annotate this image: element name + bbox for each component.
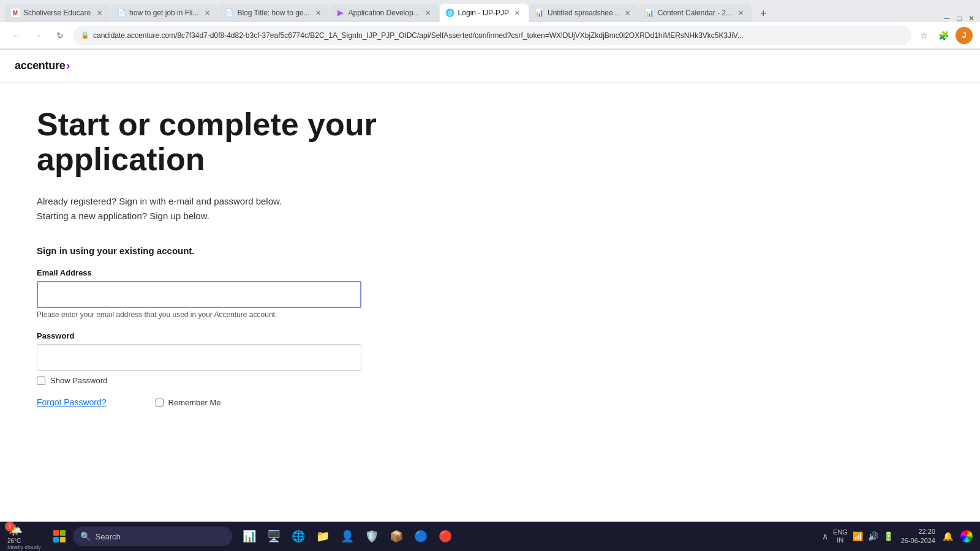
volume-icon[interactable]: 🔊 (868, 531, 878, 541)
form-bottom: Forgot Password? Remember Me (37, 397, 453, 407)
tab-label-scholiverse: Scholiverse Educare (23, 9, 91, 17)
tab-scholiverse[interactable]: M Scholiverse Educare ✕ (5, 4, 110, 22)
tab-close-scholiverse[interactable]: ✕ (94, 8, 104, 18)
taskbar: 1 🌤️ 26°C Mostly cloudy 🔍 Search 📊 🖥️ 🌐 … (0, 522, 980, 551)
taskbar-app-fileexplorer[interactable]: 📊 (238, 525, 260, 547)
tab-favicon-doc3: 📄 (225, 9, 233, 17)
chevron-up-icon[interactable]: ∧ (822, 531, 828, 541)
taskbar-app-chrome[interactable]: 🌐 (287, 525, 309, 547)
url-bar[interactable]: 🔒 candidate.accenture.com/8c7f34d7-d0f8-… (74, 26, 911, 45)
battery-icon[interactable]: 🔋 (883, 531, 894, 541)
start-button[interactable] (50, 527, 69, 546)
subtitle-line2: Starting a new application? Sign up belo… (37, 209, 453, 223)
windows-icon (53, 530, 66, 542)
tab-get-job[interactable]: 📄 how to get job in Fli... ✕ (111, 4, 218, 22)
notification-bell-icon[interactable]: 🔔 (943, 531, 953, 541)
tab-login[interactable]: 🌐 Login - IJP-PJP ✕ (440, 4, 529, 22)
password-form-group: Password Show Password (37, 331, 453, 385)
weather-temp: 26°C (7, 538, 21, 544)
tab-label-blog-title: Blog Title: how to ge... (237, 9, 309, 17)
taskbar-app-folder[interactable]: 📁 (312, 525, 334, 547)
tab-favicon-sheets2: 📊 (646, 9, 654, 17)
profile-button[interactable]: J (956, 27, 973, 44)
tab-spreadsheet[interactable]: 📊 Untitled spreadshee... ✕ (529, 4, 639, 22)
accenture-logo: accenture › (15, 59, 965, 72)
show-password-checkbox[interactable] (37, 377, 45, 385)
tab-close-get-job[interactable]: ✕ (202, 8, 212, 18)
taskbar-right: ∧ ENG IN 📶 🔊 🔋 22:20 26-06-2024 🔔 (822, 527, 973, 546)
tab-label-get-job: how to get job in Fli... (129, 9, 198, 17)
tab-close-spreadsheet[interactable]: ✕ (623, 8, 633, 18)
tab-label-content-calendar: Content Calendar - 2... (658, 9, 732, 17)
search-icon: 🔍 (80, 531, 91, 541)
taskbar-app-user[interactable]: 👤 (336, 525, 358, 547)
forward-button[interactable]: → (29, 27, 47, 44)
password-label: Password (37, 331, 453, 340)
taskbar-language: ENG IN (833, 528, 848, 544)
tab-content-calendar[interactable]: 📊 Content Calendar - 2... ✕ (639, 4, 752, 22)
color-wheel-icon[interactable] (960, 530, 973, 542)
tabs-container: M Scholiverse Educare ✕ 📄 how to get job… (5, 4, 943, 22)
search-placeholder: Search (96, 532, 121, 541)
weather-desc: Mostly cloudy (7, 544, 41, 550)
maximize-button[interactable]: □ (956, 15, 963, 22)
taskbar-apps: 📊 🖥️ 🌐 📁 👤 🛡️ 📦 🔵 🔴 (238, 525, 456, 547)
remember-me-label: Remember Me (168, 398, 221, 407)
tab-label-login: Login - IJP-PJP (458, 9, 509, 17)
accenture-header: accenture › (0, 50, 980, 83)
forgot-password-link[interactable]: Forgot Password? (37, 397, 107, 407)
email-hint: Please enter your email address that you… (37, 310, 453, 319)
password-input[interactable] (37, 344, 361, 371)
wifi-icon[interactable]: 📶 (853, 531, 863, 541)
new-tab-button[interactable]: + (755, 5, 772, 22)
tab-blog-title[interactable]: 📄 Blog Title: how to ge... ✕ (219, 4, 329, 22)
close-button[interactable]: ✕ (968, 15, 975, 22)
tab-favicon-sheets: 📊 (535, 9, 544, 17)
taskbar-app-shield[interactable]: 🛡️ (361, 525, 383, 547)
email-form-group: Email Address Please enter your email ad… (37, 268, 453, 319)
taskbar-app-blue[interactable]: 🔵 (410, 525, 432, 547)
subtitle-line1: Already registered? Sign in with e-mail … (37, 194, 453, 209)
logo-text: accenture (15, 59, 65, 72)
time-display: 22:20 (901, 527, 935, 536)
bookmark-icon[interactable]: ☆ (916, 28, 931, 43)
page-subtitle: Already registered? Sign in with e-mail … (37, 194, 453, 223)
remember-me-row: Remember Me (156, 398, 221, 407)
weather-badge: 1 (5, 522, 15, 531)
browser-chrome: M Scholiverse Educare ✕ 📄 how to get job… (0, 0, 980, 50)
page-title: Start or complete your application (37, 107, 453, 177)
minimize-button[interactable]: ─ (943, 15, 951, 22)
email-input[interactable] (37, 281, 361, 308)
tab-favicon-globe: 🌐 (446, 9, 454, 17)
taskbar-app-red[interactable]: 🔴 (434, 525, 456, 547)
tab-app-develop[interactable]: ▶ Application Develop... ✕ (330, 4, 439, 22)
address-bar: ← → ↻ 🔒 candidate.accenture.com/8c7f34d7… (0, 22, 980, 49)
logo-arrow: › (66, 59, 70, 72)
show-password-label: Show Password (50, 376, 107, 385)
tab-bar: M Scholiverse Educare ✕ 📄 how to get job… (0, 0, 980, 22)
tab-close-content-calendar[interactable]: ✕ (736, 8, 745, 18)
reload-button[interactable]: ↻ (51, 27, 69, 44)
tab-close-blog-title[interactable]: ✕ (314, 8, 323, 18)
tab-close-app-develop[interactable]: ✕ (423, 8, 433, 18)
tab-label-spreadsheet: Untitled spreadshee... (548, 9, 619, 17)
tab-close-login[interactable]: ✕ (513, 8, 522, 18)
taskbar-time: 22:20 26-06-2024 (901, 527, 935, 546)
main-content: Start or complete your application Alrea… (0, 83, 490, 432)
tab-favicon-gmail: M (11, 9, 20, 17)
extensions-icon[interactable]: 🧩 (936, 28, 951, 43)
taskbar-app-monitor[interactable]: 🖥️ (263, 525, 285, 547)
taskbar-app-box[interactable]: 📦 (385, 525, 407, 547)
secure-icon: 🔒 (81, 31, 89, 39)
url-text: candidate.accenture.com/8c7f34d7-d0f8-4d… (93, 31, 904, 40)
taskbar-search[interactable]: 🔍 Search (73, 527, 232, 546)
date-display: 26-06-2024 (901, 536, 935, 545)
remember-me-checkbox[interactable] (156, 399, 164, 407)
show-password-row: Show Password (37, 376, 453, 385)
tab-favicon-prompt: ▶ (336, 9, 345, 17)
back-button[interactable]: ← (7, 27, 24, 44)
weather-widget[interactable]: 1 🌤️ 26°C Mostly cloudy (7, 523, 41, 550)
taskbar-system-icons: ∧ ENG IN 📶 🔊 🔋 (822, 528, 894, 544)
window-controls: ─ □ ✕ (943, 15, 975, 22)
page-content: accenture › Start or complete your appli… (0, 50, 980, 522)
